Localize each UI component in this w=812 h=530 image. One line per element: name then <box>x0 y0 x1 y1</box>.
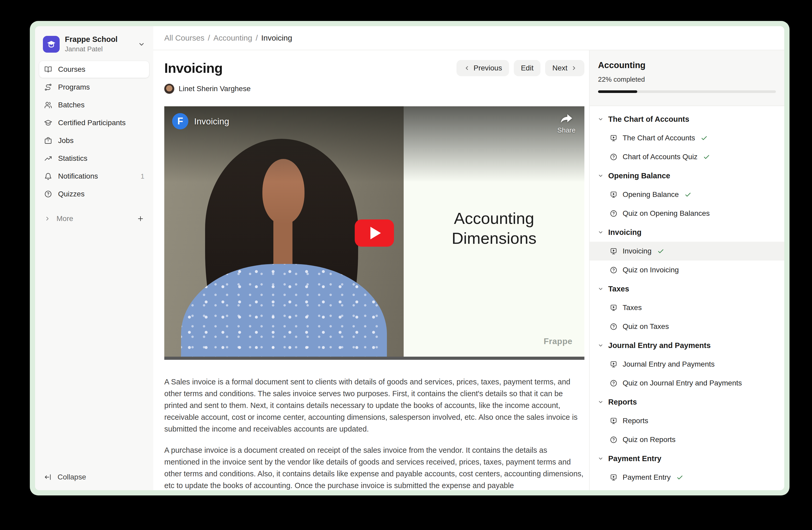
chevron-down-icon <box>597 229 604 235</box>
outline-section-title: The Chart of Accounts <box>608 115 689 124</box>
outline-section-journal-entry-and-payments[interactable]: Journal Entry and Payments <box>590 336 784 355</box>
breadcrumb-separator: / <box>208 33 210 42</box>
outline-item-chart-of-accounts-quiz[interactable]: Chart of Accounts Quiz <box>590 148 784 166</box>
slide-title: Accounting Dimensions <box>452 208 537 248</box>
monitor-play-icon <box>610 360 618 368</box>
outline-item-opening-balance[interactable]: Opening Balance <box>590 185 784 204</box>
sidebar-item-label: Jobs <box>58 137 73 145</box>
outline-item-quiz-on-journal-entry-and-payments[interactable]: Quiz on Journal Entry and Payments <box>590 374 784 392</box>
outline-section-title: Payment Entry <box>608 454 661 463</box>
outline-item-quiz-on-opening-balances[interactable]: Quiz on Opening Balances <box>590 204 784 223</box>
more-label: More <box>57 214 73 223</box>
sidebar-item-label: Statistics <box>58 154 87 163</box>
lesson-actions: Previous Edit Next <box>456 60 584 76</box>
outline-item-reports[interactable]: Reports <box>590 412 784 430</box>
outline-section-invoicing[interactable]: Invoicing <box>590 223 784 242</box>
sidebar-item-label: Certified Participants <box>58 118 126 127</box>
outline-item-payment-entry[interactable]: Payment Entry <box>590 468 784 487</box>
sidebar-item-statistics[interactable]: Statistics <box>39 150 149 167</box>
chevron-down-icon <box>597 286 604 292</box>
help-circle-icon <box>610 379 618 387</box>
outline-item-quiz-on-reports[interactable]: Quiz on Reports <box>590 430 784 449</box>
page-title: Invoicing <box>164 60 223 76</box>
lesson-paragraph: A Sales invoice is a formal document sen… <box>164 376 584 435</box>
author-name: Linet Sherin Varghese <box>179 85 251 93</box>
breadcrumb-accounting[interactable]: Accounting <box>214 33 252 42</box>
next-button[interactable]: Next <box>545 60 584 76</box>
sidebar-item-batches[interactable]: Batches <box>39 97 149 113</box>
outline-section-the-chart-of-accounts[interactable]: The Chart of Accounts <box>590 110 784 128</box>
sidebar-item-jobs[interactable]: Jobs <box>39 132 149 149</box>
outline-item-label: Reports <box>623 417 648 425</box>
plus-icon[interactable] <box>136 215 144 223</box>
outline-item-label: Quiz on Invoicing <box>623 266 679 274</box>
video-title[interactable]: Invoicing <box>194 116 229 126</box>
monitor-play-icon <box>610 191 618 199</box>
outline-item-taxes[interactable]: Taxes <box>590 298 784 317</box>
share-button[interactable]: Share <box>557 114 576 134</box>
edit-button[interactable]: Edit <box>514 60 540 76</box>
chevron-down-icon[interactable] <box>137 40 145 48</box>
outline-item-label: Payment Entry <box>623 473 671 482</box>
video-player[interactable]: Accounting Dimensions Frappe F Invoicing <box>164 106 584 360</box>
course-outline-list: The Chart of AccountsThe Chart of Accoun… <box>590 106 784 490</box>
outline-section-payment-entry[interactable]: Payment Entry <box>590 449 784 468</box>
channel-avatar[interactable]: F <box>172 113 188 129</box>
help-circle-icon <box>610 323 618 331</box>
chevron-down-icon <box>597 116 604 122</box>
outline-item-quiz-on-invoicing[interactable]: Quiz on Invoicing <box>590 261 784 279</box>
collapse-sidebar-button[interactable]: Collapse <box>39 466 149 490</box>
outline-section-title: Opening Balance <box>608 171 670 180</box>
chevron-down-icon <box>597 399 604 405</box>
author-row: Linet Sherin Varghese <box>164 83 584 94</box>
play-icon <box>371 227 381 239</box>
chevron-right-icon <box>44 215 51 222</box>
sidebar-item-certified-participants[interactable]: Certified Participants <box>39 114 149 131</box>
outline-item-label: Quiz on Journal Entry and Payments <box>623 379 742 387</box>
outline-section-opening-balance[interactable]: Opening Balance <box>590 166 784 185</box>
outline-item-invoicing[interactable]: Invoicing <box>590 242 784 261</box>
help-circle-icon <box>610 266 618 274</box>
monitor-play-icon <box>610 247 618 255</box>
sidebar-item-more[interactable]: More <box>39 210 149 227</box>
sidebar-item-notifications[interactable]: Notifications1 <box>39 168 149 185</box>
breadcrumb-all-courses[interactable]: All Courses <box>164 33 204 42</box>
next-label: Next <box>552 64 567 72</box>
sidebar-item-label: Courses <box>58 65 85 73</box>
outline-section-title: Reports <box>608 398 637 406</box>
check-icon <box>684 191 692 198</box>
outline-item-the-chart-of-accounts[interactable]: The Chart of Accounts <box>590 128 784 148</box>
video-bottom-bar <box>164 357 584 360</box>
outline-section-title: Taxes <box>608 285 629 293</box>
outline-item-journal-entry-and-payments[interactable]: Journal Entry and Payments <box>590 355 784 374</box>
play-button[interactable] <box>355 220 394 247</box>
outline-item-label: Quiz on Reports <box>623 435 676 444</box>
outline-section-taxes[interactable]: Taxes <box>590 279 784 298</box>
notification-count-badge: 1 <box>141 172 144 180</box>
check-icon <box>657 248 664 255</box>
users-icon <box>44 101 52 109</box>
sidebar-item-quizzes[interactable]: Quizzes <box>39 186 149 203</box>
sidebar-item-courses[interactable]: Courses <box>39 61 149 78</box>
outline-item-quiz-on-taxes[interactable]: Quiz on Taxes <box>590 317 784 336</box>
chevron-down-icon <box>597 172 604 179</box>
check-icon <box>703 153 710 161</box>
outline-section-reports[interactable]: Reports <box>590 392 784 412</box>
video-titlebar: F Invoicing <box>172 113 229 129</box>
chevron-down-icon <box>597 342 604 349</box>
course-title: Accounting <box>598 60 776 70</box>
workspace-user: Jannat Patel <box>65 45 117 53</box>
content-region: All Courses / Accounting / Invoicing Inv… <box>153 26 784 490</box>
sidebar-item-programs[interactable]: Programs <box>39 79 149 96</box>
graduation-cap-icon <box>44 118 52 127</box>
workspace-switcher[interactable]: Frappe School Jannat Patel <box>39 26 149 61</box>
check-icon <box>700 135 708 142</box>
previous-button[interactable]: Previous <box>456 60 509 76</box>
sidebar-item-label: Quizzes <box>58 190 85 198</box>
help-circle-icon <box>610 209 618 218</box>
outline-item-label: Quiz on Taxes <box>623 322 669 331</box>
check-icon <box>676 474 683 481</box>
chevron-right-icon <box>570 65 577 71</box>
frappe-school-logo <box>43 36 60 53</box>
app-window: Frappe School Jannat Patel CoursesProgra… <box>35 26 784 490</box>
